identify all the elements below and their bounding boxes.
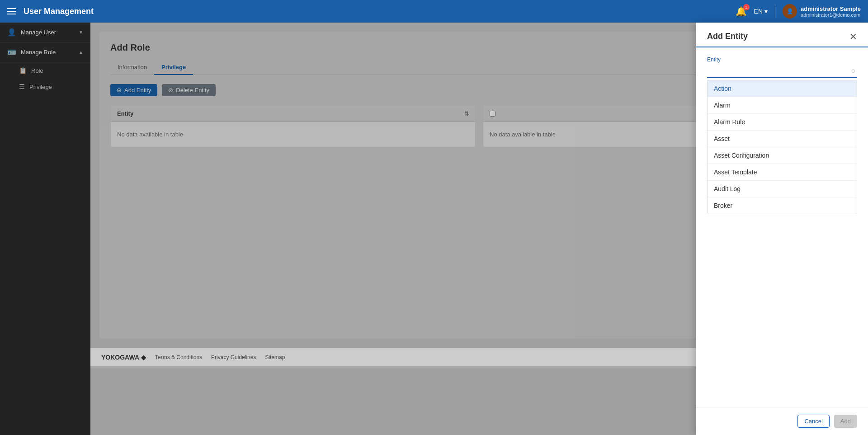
nav-divider <box>775 5 775 18</box>
add-button[interactable]: Add <box>834 415 857 428</box>
side-panel-footer: Cancel Add <box>696 407 868 435</box>
entity-input[interactable] <box>707 65 857 77</box>
top-nav-right: 🔔 1 EN ▾ 👤 administrator Sample administ… <box>736 4 861 19</box>
dropdown-item-asset-configuration[interactable]: Asset Configuration <box>708 147 857 164</box>
lang-chevron-icon: ▾ <box>764 8 768 15</box>
lang-label: EN <box>754 8 763 15</box>
username: administrator Sample <box>801 5 861 12</box>
hamburger-menu[interactable] <box>7 8 16 14</box>
side-panel-title: Add Entity <box>707 32 748 41</box>
side-panel-header: Add Entity ✕ <box>696 23 868 47</box>
dropdown-item-audit-log[interactable]: Audit Log <box>708 181 857 197</box>
dropdown-item-broker[interactable]: Broker <box>708 197 857 214</box>
user-menu[interactable]: 👤 administrator Sample administrator1@de… <box>783 4 861 19</box>
side-panel-close-button[interactable]: ✕ <box>849 32 857 41</box>
dropdown-item-asset-template[interactable]: Asset Template <box>708 164 857 181</box>
user-email: administrator1@demo.com <box>801 12 861 18</box>
app-title: User Management <box>24 7 736 16</box>
notification-bell[interactable]: 🔔 1 <box>736 6 747 17</box>
dropdown-item-alarm[interactable]: Alarm <box>708 97 857 114</box>
dropdown-item-asset[interactable]: Asset <box>708 131 857 147</box>
dropdown-item-action[interactable]: Action <box>708 80 857 97</box>
side-panel-body: Entity ○ Action Alarm Alarm Rule Asset A… <box>696 47 868 407</box>
user-info: administrator Sample administrator1@demo… <box>801 5 861 18</box>
entity-field-label: Entity <box>707 56 857 63</box>
dropdown-item-alarm-rule[interactable]: Alarm Rule <box>708 114 857 131</box>
entity-dropdown-list: Action Alarm Alarm Rule Asset Asset Conf… <box>707 80 857 214</box>
entity-field-wrapper: ○ <box>707 65 857 78</box>
cancel-button[interactable]: Cancel <box>797 415 829 428</box>
side-panel: Add Entity ✕ Entity ○ Action Alarm Alarm… <box>696 23 868 435</box>
avatar: 👤 <box>783 4 797 19</box>
notification-badge: 1 <box>743 4 750 10</box>
entity-input-clear-icon[interactable]: ○ <box>851 67 855 75</box>
language-selector[interactable]: EN ▾ <box>754 8 768 15</box>
top-nav: User Management 🔔 1 EN ▾ 👤 administrator… <box>0 0 868 23</box>
